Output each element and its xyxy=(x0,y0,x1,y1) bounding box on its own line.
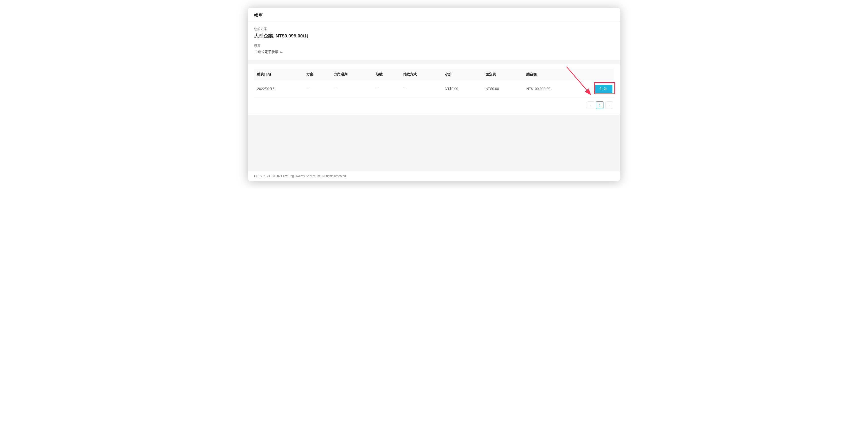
plan-card: 您的方案 大型企業, NT$9,999.00/月 發票 二連式電子發票 ⇋ xyxy=(248,22,620,61)
cell-date: 2022/02/16 xyxy=(254,80,304,97)
col-payment-method: 付款方式 xyxy=(400,69,442,80)
col-action xyxy=(587,69,614,80)
pagination-prev[interactable]: ‹ xyxy=(587,101,594,109)
pay-button[interactable]: 付款 xyxy=(595,85,612,93)
invoice-value: 二連式電子發票 xyxy=(254,50,278,54)
billing-table: 繳費日期 方案 方案週期 期數 付款方式 小計 設定費 總金額 2022/02/… xyxy=(254,69,614,97)
invoice-label: 發票 xyxy=(254,44,614,48)
cell-plan: --- xyxy=(304,80,331,97)
pagination-page-1[interactable]: 1 xyxy=(596,101,603,109)
chevron-right-icon: › xyxy=(609,103,610,107)
col-term: 期數 xyxy=(373,69,400,80)
cell-payment-method: --- xyxy=(400,80,442,97)
page-title: 帳單 xyxy=(248,8,620,22)
plan-label: 您的方案 xyxy=(254,27,614,31)
swap-icon[interactable]: ⇋ xyxy=(280,50,283,54)
plan-value: 大型企業, NT$9,999.00/月 xyxy=(254,33,614,39)
billing-table-card: 繳費日期 方案 方案週期 期數 付款方式 小計 設定費 總金額 2022/02/… xyxy=(248,64,620,115)
table-row: 2022/02/16 --- --- --- --- NT$0.00 NT$0.… xyxy=(254,80,614,97)
col-plan: 方案 xyxy=(304,69,331,80)
pagination: ‹ 1 › xyxy=(254,101,614,109)
cell-period: --- xyxy=(331,80,373,97)
content-area: 您的方案 大型企業, NT$9,999.00/月 發票 二連式電子發票 ⇋ 繳費… xyxy=(248,22,620,171)
cell-subtotal: NT$0.00 xyxy=(442,80,483,97)
pagination-next[interactable]: › xyxy=(606,101,613,109)
footer-copyright: COPYRIGHT © 2021 OwlTing OwlPay Service … xyxy=(248,171,620,181)
col-period: 方案週期 xyxy=(331,69,373,80)
cell-term: --- xyxy=(373,80,400,97)
col-subtotal: 小計 xyxy=(442,69,483,80)
cell-total: NT$100,000.00 xyxy=(523,80,587,97)
col-setup-fee: 設定費 xyxy=(483,69,523,80)
app-window: 帳單 您的方案 大型企業, NT$9,999.00/月 發票 二連式電子發票 ⇋… xyxy=(248,7,620,181)
cell-action: 付款 xyxy=(587,80,614,97)
col-total: 總金額 xyxy=(523,69,587,80)
invoice-value-row: 二連式電子發票 ⇋ xyxy=(254,50,283,54)
chevron-left-icon: ‹ xyxy=(590,103,591,107)
cell-setup-fee: NT$0.00 xyxy=(483,80,523,97)
col-date: 繳費日期 xyxy=(254,69,304,80)
table-header-row: 繳費日期 方案 方案週期 期數 付款方式 小計 設定費 總金額 xyxy=(254,69,614,80)
